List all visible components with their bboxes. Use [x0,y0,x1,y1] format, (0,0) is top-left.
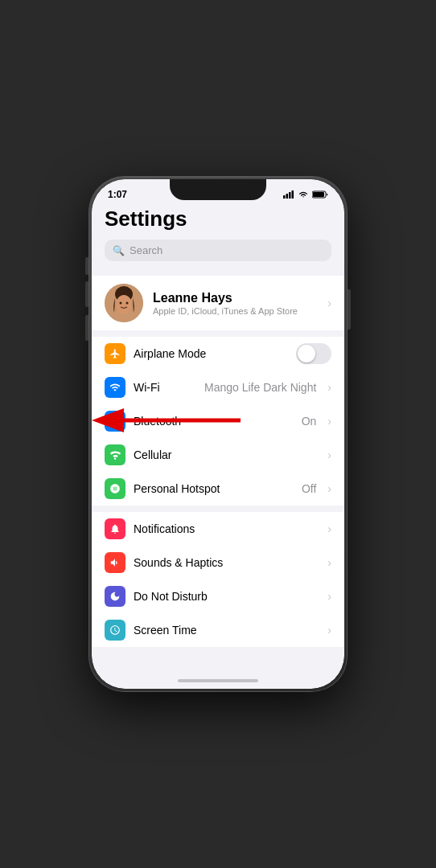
dnd-chevron: › [327,590,331,603]
svg-rect-2 [289,192,291,199]
phone-frame: 1:07 [89,177,347,691]
profile-info: Leanne Hays Apple ID, iCloud, iTunes & A… [153,291,318,316]
cellular-label: Cellular [134,448,319,461]
wifi-icon-row [105,377,125,398]
cellular-row[interactable]: Cellular › [92,438,344,472]
svg-rect-0 [283,195,286,199]
wifi-row[interactable]: Wi-Fi Mango Life Dark Night › [92,371,344,404]
svg-point-10 [126,302,129,305]
notifications-row[interactable]: Notifications › [92,512,344,546]
status-bar: 1:07 [92,179,344,200]
cellular-icon [105,444,125,465]
wifi-value: Mango Life Dark Night [204,381,316,394]
section-divider-bottom [92,647,344,653]
airplane-mode-toggle-thumb [298,345,315,362]
system-section: Notifications › Sounds & Haptics › [92,512,344,647]
bluetooth-row[interactable]: Bluetooth On [92,404,344,438]
sounds-chevron: › [327,556,331,569]
search-placeholder: Search [130,244,162,256]
wifi-label: Wi-Fi [134,381,196,394]
notifications-label: Notifications [134,522,319,535]
bluetooth-icon [105,411,125,432]
hotspot-label: Personal Hotspot [134,482,294,495]
dnd-label: Do Not Disturb [134,590,319,603]
power-button[interactable] [348,289,351,330]
home-bar [178,679,258,682]
sounds-icon [105,552,125,573]
airplane-mode-toggle[interactable] [296,343,331,364]
profile-name: Leanne Hays [153,291,318,305]
search-container: 🔍 Search [92,236,344,269]
status-time: 1:07 [108,189,127,200]
section-divider-2 [92,330,344,337]
personal-hotspot-row[interactable]: Personal Hotspot Off › [92,472,344,506]
svg-rect-5 [313,192,324,197]
svg-rect-1 [286,194,289,199]
section-divider-1 [92,269,344,276]
screen-time-label: Screen Time [134,624,319,637]
airplane-mode-icon [105,343,125,364]
bluetooth-value: On [302,415,317,428]
notch [170,179,266,200]
page-title: Settings [92,200,344,236]
battery-icon [312,190,328,199]
notifications-chevron: › [327,522,331,535]
airplane-mode-row[interactable]: Airplane Mode [92,337,344,371]
wifi-chevron: › [327,381,331,394]
search-icon: 🔍 [113,245,125,256]
bluetooth-chevron: › [327,415,331,428]
status-icons [283,190,328,199]
sounds-row[interactable]: Sounds & Haptics › [92,546,344,579]
notifications-icon [105,518,125,539]
screen-time-row[interactable]: Screen Time › [92,613,344,647]
section-divider-3 [92,506,344,512]
svg-point-8 [116,295,132,314]
dnd-icon [105,586,125,607]
volume-up-button[interactable] [85,281,88,307]
bluetooth-label: Bluetooth [134,415,294,428]
screen: 1:07 [92,179,344,689]
hotspot-icon [105,478,125,499]
profile-row[interactable]: Leanne Hays Apple ID, iCloud, iTunes & A… [92,276,344,330]
svg-point-9 [120,302,122,305]
phone-inner: 1:07 [92,179,344,689]
airplane-mode-label: Airplane Mode [134,347,288,360]
screen-time-icon [105,620,125,641]
dnd-row[interactable]: Do Not Disturb › [92,579,344,613]
profile-section: Leanne Hays Apple ID, iCloud, iTunes & A… [92,276,344,330]
home-indicator [92,674,344,689]
svg-point-13 [114,458,116,460]
cellular-chevron: › [327,448,331,461]
screen-time-chevron: › [327,624,331,637]
profile-subtitle: Apple ID, iCloud, iTunes & App Store [153,306,318,316]
svg-rect-3 [292,190,294,199]
volume-down-button[interactable] [85,315,88,341]
signal-icon [283,190,294,199]
settings-content[interactable]: Settings 🔍 Search [92,200,344,674]
hotspot-chevron: › [327,482,331,495]
avatar [105,284,143,322]
connectivity-section: Airplane Mode Wi-Fi Mango Life Dark Nigh… [92,337,344,506]
silent-button[interactable] [85,257,88,275]
sounds-label: Sounds & Haptics [134,556,319,569]
profile-chevron: › [327,297,331,309]
search-bar[interactable]: 🔍 Search [105,240,331,261]
hotspot-value: Off [302,482,316,495]
wifi-icon [298,190,309,199]
